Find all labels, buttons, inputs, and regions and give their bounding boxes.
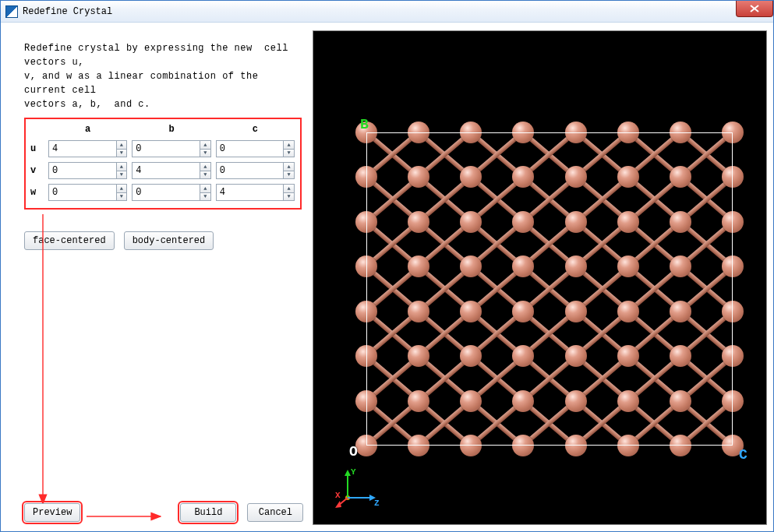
origin-label: O [349, 444, 358, 460]
titlebar: Redefine Crystal [1, 1, 773, 23]
body-centered-button[interactable]: body-centered [124, 231, 214, 250]
window-title: Redefine Crystal [23, 6, 112, 17]
close-icon [750, 5, 759, 12]
spin-up-icon[interactable]: ▲ [117, 185, 127, 192]
cell-frame [366, 132, 733, 446]
col-header-a: a [46, 122, 129, 138]
crystal-viewport[interactable]: B O C Y Z X [313, 30, 767, 525]
cancel-button[interactable]: Cancel [247, 503, 303, 522]
matrix-v-c-spinner[interactable]: ▲▼ [216, 162, 295, 179]
preview-button[interactable]: Preview [24, 503, 80, 522]
row-label-w: w [29, 181, 46, 203]
matrix-w-c-spinner[interactable]: ▲▼ [216, 184, 295, 201]
left-panel: Redefine crystal by expressing the new c… [1, 24, 313, 531]
matrix-u-b-input[interactable] [133, 141, 200, 157]
matrix-w-a-input[interactable] [49, 185, 116, 200]
axis-label-b: B [360, 117, 369, 132]
spin-down-icon[interactable]: ▼ [117, 192, 127, 201]
matrix-u-c-spinner[interactable]: ▲▼ [216, 140, 295, 157]
matrix-u-a-input[interactable] [49, 141, 116, 157]
matrix-u-a-spinner[interactable]: ▲▼ [48, 140, 127, 157]
matrix-w-b-spinner[interactable]: ▲▼ [132, 184, 210, 201]
matrix-w-b-input[interactable] [133, 185, 200, 200]
spin-up-icon[interactable]: ▲ [200, 185, 210, 192]
spin-up-icon[interactable]: ▲ [284, 163, 294, 171]
matrix-v-c-input[interactable] [217, 163, 284, 178]
matrix-box: abcu▲▼▲▼▲▼v▲▼▲▼▲▼w▲▼▲▼▲▼ [24, 118, 302, 210]
build-button[interactable]: Build [180, 503, 236, 522]
axis-label-c: C [739, 447, 747, 463]
row-label-v: v [29, 160, 46, 181]
matrix-u-b-spinner[interactable]: ▲▼ [132, 140, 210, 157]
spin-down-icon[interactable]: ▼ [284, 171, 294, 179]
spin-up-icon[interactable]: ▲ [284, 185, 294, 192]
svg-marker-10 [335, 501, 341, 508]
matrix-v-a-input[interactable] [49, 163, 116, 178]
axis-x-label: X [335, 491, 341, 500]
spin-down-icon[interactable]: ▼ [117, 171, 127, 179]
spin-down-icon[interactable]: ▼ [200, 192, 210, 201]
close-button[interactable] [736, 1, 773, 17]
matrix-v-a-spinner[interactable]: ▲▼ [48, 162, 127, 179]
description-text: Redefine crystal by expressing the new c… [24, 41, 302, 111]
col-header-c: c [214, 122, 297, 138]
spin-up-icon[interactable]: ▲ [200, 163, 210, 171]
spin-down-icon[interactable]: ▼ [284, 192, 294, 201]
axis-gizmo: Y Z X [335, 463, 382, 510]
spin-up-icon[interactable]: ▲ [200, 141, 210, 149]
col-header-b: b [129, 122, 213, 138]
matrix-w-c-input[interactable] [217, 185, 284, 200]
spin-up-icon[interactable]: ▲ [117, 141, 127, 149]
face-centered-button[interactable]: face-centered [24, 231, 115, 250]
matrix-v-b-spinner[interactable]: ▲▼ [132, 162, 210, 179]
axis-z-label: Z [374, 499, 380, 508]
spin-up-icon[interactable]: ▲ [284, 141, 294, 149]
spin-down-icon[interactable]: ▼ [200, 149, 210, 157]
spin-down-icon[interactable]: ▼ [200, 171, 210, 179]
spin-up-icon[interactable]: ▲ [117, 163, 127, 171]
axis-y-label: Y [351, 467, 356, 477]
matrix-w-a-spinner[interactable]: ▲▼ [48, 184, 127, 201]
matrix-u-c-input[interactable] [217, 141, 284, 157]
spin-down-icon[interactable]: ▼ [284, 149, 294, 157]
app-icon [5, 5, 18, 18]
spin-down-icon[interactable]: ▼ [117, 149, 127, 157]
matrix-v-b-input[interactable] [133, 163, 200, 178]
row-label-u: u [29, 138, 46, 160]
svg-marker-6 [345, 470, 351, 476]
